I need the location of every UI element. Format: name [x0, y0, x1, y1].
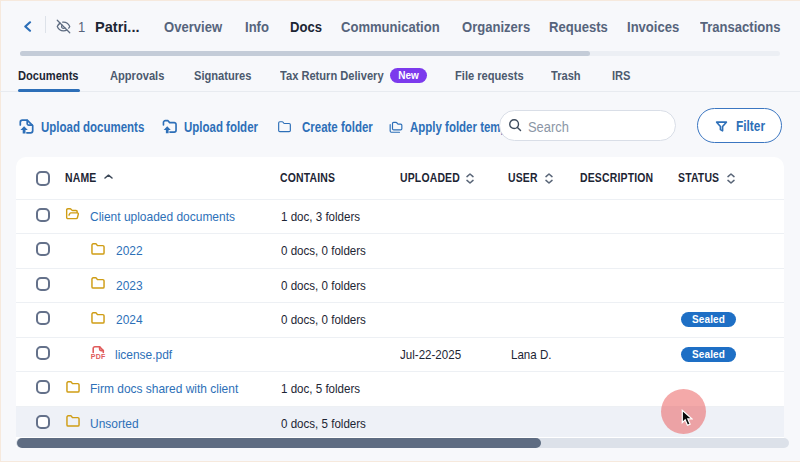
svg-text:PDF: PDF	[91, 353, 106, 360]
